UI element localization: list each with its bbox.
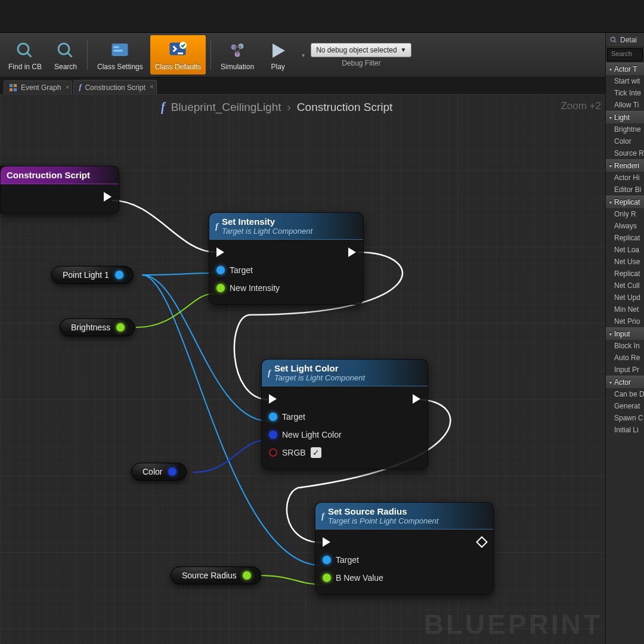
settings-book-icon <box>109 40 131 61</box>
pill-label: Color <box>143 467 162 476</box>
srgb-checkbox[interactable]: ✓ <box>311 447 321 458</box>
close-icon[interactable]: × <box>66 83 69 91</box>
details-property[interactable]: Net Prio <box>606 315 644 327</box>
simulation-icon <box>227 40 248 61</box>
details-panel: Detai Search ▾Actor TStart witTick InteA… <box>605 33 644 644</box>
details-category[interactable]: ▾Actor T <box>606 63 644 75</box>
exec-out-pin[interactable] <box>413 394 420 404</box>
details-property[interactable]: Allow Ti <box>606 99 644 111</box>
details-property[interactable]: Net Loa <box>606 244 644 256</box>
var-color[interactable]: Color <box>131 463 187 481</box>
search-button[interactable]: Search <box>49 35 82 75</box>
breadcrumb-func[interactable]: Construction Script <box>297 101 393 114</box>
details-property[interactable]: Generat <box>606 400 644 412</box>
search-folder-icon <box>14 40 36 61</box>
var-source-radius[interactable]: Source Radius <box>171 566 261 584</box>
details-property[interactable]: Net Use <box>606 256 644 268</box>
pin-label: New Light Color <box>282 430 342 439</box>
details-property[interactable]: Net Upd <box>606 292 644 304</box>
details-property[interactable]: Min Net <box>606 304 644 315</box>
simulation-button[interactable]: Simulation <box>216 35 259 75</box>
details-property[interactable]: Brightne <box>606 123 644 135</box>
object-out-pin[interactable] <box>115 271 123 279</box>
color-pin[interactable] <box>269 431 277 439</box>
exec-out-pin[interactable] <box>348 247 356 257</box>
caret-down-icon: ▼ <box>401 47 407 53</box>
details-icon <box>609 36 618 44</box>
details-category[interactable]: ▾Input <box>606 327 644 340</box>
svg-rect-3 <box>114 47 119 48</box>
play-icon <box>267 40 289 61</box>
color-out-pin[interactable] <box>168 467 177 476</box>
details-category[interactable]: ▾Actor <box>606 376 644 388</box>
details-header[interactable]: Detai <box>606 33 644 47</box>
details-property[interactable]: Initial Li <box>606 424 644 436</box>
play-button[interactable]: Play <box>261 35 295 75</box>
main-toolbar: Find in CB Search Class Settings Class D… <box>0 33 644 78</box>
details-property[interactable]: Source R <box>606 147 644 159</box>
node-set-source-radius[interactable]: f Set Source Radius Target is Point Ligh… <box>315 502 494 595</box>
exec-in-pin[interactable] <box>323 537 330 547</box>
details-property[interactable]: Auto Re <box>606 352 644 364</box>
float-pin[interactable] <box>216 284 225 292</box>
exec-in-pin[interactable] <box>269 394 277 404</box>
pill-label: Point Light 1 <box>63 270 109 280</box>
var-point-light[interactable]: Point Light 1 <box>51 266 134 284</box>
function-icon: f <box>161 100 165 114</box>
details-category[interactable]: ▾Light <box>606 111 644 123</box>
breadcrumb-asset[interactable]: Blueprint_CeilingLight <box>171 101 281 114</box>
class-settings-button[interactable]: Class Settings <box>92 35 148 75</box>
pill-label: Source Radius <box>182 571 237 580</box>
details-property[interactable]: Color <box>606 135 644 147</box>
details-property[interactable]: Replicat <box>606 232 644 244</box>
tab-construction-script[interactable]: f Construction Script × <box>73 80 156 94</box>
details-property[interactable]: Replicat <box>606 268 644 280</box>
details-property[interactable]: Spawn C <box>606 412 644 424</box>
caret-down-icon: ▾ <box>609 332 612 337</box>
exec-out-pin-hollow[interactable] <box>476 536 488 548</box>
float-out-pin[interactable] <box>243 571 251 580</box>
tab-event-graph-label: Event Graph <box>21 83 61 92</box>
target-pin[interactable] <box>323 556 331 564</box>
exec-in-pin[interactable] <box>216 247 224 257</box>
details-property[interactable]: Editor Bi <box>606 184 644 196</box>
pin-label: New Intensity <box>230 283 280 293</box>
details-property[interactable]: Always <box>606 220 644 232</box>
node-construction-script[interactable]: Construction Script <box>0 166 119 213</box>
tab-event-graph[interactable]: Event Graph × <box>4 80 72 94</box>
node-set-intensity[interactable]: f Set Intensity Target is Light Componen… <box>209 212 364 305</box>
details-property[interactable]: Input Pr <box>606 364 644 376</box>
bool-pin[interactable] <box>269 448 277 457</box>
details-property[interactable]: Can be D <box>606 388 644 400</box>
details-property[interactable]: Block In <box>606 340 644 352</box>
details-property[interactable]: Start wit <box>606 75 644 87</box>
details-property[interactable]: Actor Hi <box>606 172 644 184</box>
pin-label: SRGB <box>282 448 306 457</box>
node-set-light-color[interactable]: f Set Light Color Target is Light Compon… <box>261 359 428 469</box>
caret-down-icon: ▾ <box>609 163 612 169</box>
details-category[interactable]: ▾Replicat <box>606 196 644 208</box>
zoom-indicator: Zoom +2 <box>561 100 601 112</box>
float-pin[interactable] <box>323 574 331 582</box>
exec-out-pin[interactable] <box>104 192 112 202</box>
target-pin[interactable] <box>216 266 225 274</box>
graph-tabstrip: Event Graph × f Construction Script × <box>0 78 157 94</box>
debug-object-select[interactable]: No debug object selected ▼ <box>311 43 411 57</box>
details-property[interactable]: Net Cull <box>606 280 644 292</box>
details-property[interactable]: Only R <box>606 208 644 220</box>
class-defaults-button[interactable]: Class Defaults <box>150 35 206 75</box>
details-search[interactable]: Search <box>607 48 643 61</box>
var-brightness[interactable]: Brightness <box>60 318 135 336</box>
find-in-cb-button[interactable]: Find in CB <box>4 35 47 75</box>
float-out-pin[interactable] <box>116 323 125 332</box>
graph-canvas[interactable]: f Blueprint_CeilingLight › Construction … <box>0 94 644 644</box>
close-icon[interactable]: × <box>150 83 153 90</box>
details-property[interactable]: Tick Inte <box>606 87 644 99</box>
node-title: Set Source Radius <box>328 506 407 516</box>
defaults-icon <box>167 40 188 61</box>
details-category[interactable]: ▾Renderi <box>606 159 644 172</box>
pin-label: Target <box>230 265 253 275</box>
debug-filter-label: Debug Filter <box>311 59 411 67</box>
caret-down-icon: ▾ <box>609 67 612 72</box>
target-pin[interactable] <box>269 413 277 421</box>
